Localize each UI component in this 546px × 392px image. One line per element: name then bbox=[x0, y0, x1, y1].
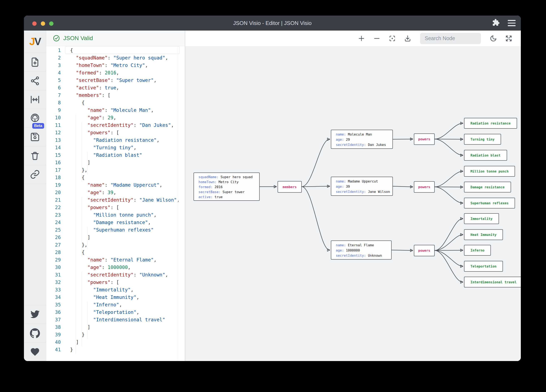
node-row: age: 39 bbox=[336, 184, 388, 189]
code-line[interactable]: "powers": [ bbox=[70, 204, 185, 211]
line-number: 11 bbox=[46, 121, 61, 129]
code-line[interactable]: "homeTown": "Metro City", bbox=[70, 62, 185, 69]
graph-member-node[interactable]: name: Eternal Flameage: 1000000secretIde… bbox=[331, 240, 392, 259]
code-line[interactable]: } bbox=[70, 346, 185, 353]
graph-powers-node[interactable]: powers bbox=[414, 133, 435, 145]
code-line[interactable]: "powers": [ bbox=[70, 278, 185, 286]
line-number: 23 bbox=[46, 211, 61, 219]
line-number: 32 bbox=[46, 278, 61, 286]
code-line[interactable]: "squadName": "Super hero squad", bbox=[70, 54, 185, 62]
code-line[interactable]: "secretIdentity": "Jane Wilson", bbox=[70, 196, 185, 204]
graph-leaf-node[interactable]: Interdimensional travel bbox=[464, 277, 521, 287]
line-number: 41 bbox=[46, 346, 61, 353]
node-row: secretBase: Super tower bbox=[199, 190, 255, 195]
sidebar-item-fit-width[interactable] bbox=[24, 90, 46, 109]
line-number: 27 bbox=[46, 241, 61, 249]
graph-leaf-node[interactable]: Radiation resistance bbox=[464, 118, 517, 129]
line-number: 35 bbox=[46, 301, 61, 309]
line-number: 7 bbox=[46, 91, 61, 99]
search-node-input[interactable] bbox=[425, 35, 492, 41]
zoom-out-button[interactable] bbox=[373, 35, 381, 42]
code-editor[interactable]: 1234567891011121314151617181920212223242… bbox=[46, 46, 185, 361]
graph-leaf-node[interactable]: Radiation blast bbox=[464, 150, 507, 161]
code-line[interactable]: "age": 39, bbox=[70, 189, 185, 196]
sidebar-item-github[interactable] bbox=[24, 324, 46, 342]
sidebar-item-share[interactable] bbox=[24, 71, 46, 90]
hamburger-menu-icon[interactable] bbox=[506, 16, 518, 31]
dark-mode-toggle[interactable] bbox=[490, 35, 497, 42]
indent-guide bbox=[87, 227, 87, 249]
node-row: formed: 2016 bbox=[199, 184, 255, 190]
code-line[interactable]: "Million tonne punch", bbox=[70, 211, 185, 219]
line-number: 31 bbox=[46, 271, 61, 278]
line-number: 37 bbox=[46, 316, 61, 323]
puzzle-extension-icon[interactable] bbox=[490, 16, 501, 31]
graph-leaf-node[interactable]: Turning tiny bbox=[464, 134, 501, 145]
sidebar-item-link[interactable] bbox=[24, 165, 46, 183]
code-line[interactable]: "name": "Molecule Man", bbox=[70, 107, 185, 114]
graph-member-node[interactable]: name: Madame Uppercutage: 39secretIdenti… bbox=[331, 177, 393, 196]
code-line[interactable]: "secretIdentity": "Dan Jukes", bbox=[70, 121, 185, 129]
sidebar-item-delete[interactable] bbox=[24, 146, 46, 165]
line-number: 20 bbox=[46, 189, 61, 196]
code-line[interactable]: "name": "Madame Uppercut", bbox=[70, 181, 185, 189]
code-line[interactable]: { bbox=[70, 47, 185, 54]
graph-root-node[interactable]: squadName: Super hero squadhomeTown: Met… bbox=[194, 172, 260, 201]
code-line[interactable]: "Turning tiny", bbox=[70, 144, 185, 151]
node-row: age: 1000000 bbox=[336, 248, 387, 253]
code-line[interactable]: "age": 29, bbox=[70, 114, 185, 121]
code-line[interactable]: "secretIdentity": "Unknown", bbox=[70, 271, 185, 278]
graph-leaf-node[interactable]: Immortality bbox=[464, 213, 499, 224]
code-line[interactable]: "powers": [ bbox=[70, 129, 185, 136]
sidebar-item-new-document[interactable] bbox=[24, 53, 46, 71]
sidebar-item-save[interactable] bbox=[24, 127, 46, 146]
line-number: 8 bbox=[46, 99, 61, 107]
sidebar-item-twitter[interactable] bbox=[24, 305, 46, 324]
node-row: secretIdentity: Dan Jukes bbox=[336, 142, 388, 147]
code-line[interactable]: "Radiation resistance", bbox=[70, 136, 185, 144]
line-number: 4 bbox=[46, 69, 61, 76]
fullscreen-button[interactable] bbox=[505, 35, 513, 42]
node-row: name: Molecule Man bbox=[336, 132, 388, 137]
graph-members-node[interactable]: members bbox=[278, 181, 302, 193]
zoom-in-button[interactable] bbox=[358, 35, 365, 42]
editor-scrollbar[interactable] bbox=[178, 46, 178, 361]
indent-guide bbox=[87, 302, 87, 339]
code-line[interactable]: "active": true, bbox=[70, 84, 185, 91]
graph-leaf-node[interactable]: Damage resistance bbox=[464, 182, 511, 192]
line-number: 39 bbox=[46, 331, 61, 338]
graph-powers-node[interactable]: powers bbox=[414, 245, 435, 256]
graph-powers-node[interactable]: powers bbox=[414, 181, 435, 193]
code-line[interactable]: ] bbox=[70, 338, 185, 346]
graph-leaf-node[interactable]: Inferno bbox=[464, 245, 491, 256]
download-button[interactable] bbox=[404, 35, 411, 42]
code-line[interactable]: "secretBase": "Super tower", bbox=[70, 76, 185, 84]
code-line[interactable]: "formed": 2016, bbox=[70, 69, 185, 76]
code-line[interactable]: "members": [ bbox=[70, 91, 185, 99]
graph-member-node[interactable]: name: Molecule Manage: 29secretIdentity:… bbox=[331, 130, 393, 149]
code-line[interactable]: "name": "Eternal Flame", bbox=[70, 256, 185, 264]
graph-leaf-node[interactable]: Heat Immunity bbox=[464, 229, 503, 240]
code-line[interactable]: { bbox=[70, 99, 185, 107]
sidebar-spacer bbox=[24, 183, 46, 305]
center-focus-button[interactable] bbox=[389, 35, 396, 42]
graph-toolbar bbox=[185, 31, 521, 46]
graph-leaf-node[interactable]: Superhuman reflexes bbox=[464, 198, 515, 209]
sidebar-item-sponsor[interactable] bbox=[24, 342, 46, 361]
code-line[interactable]: "age": 1000000, bbox=[70, 264, 185, 271]
code-line[interactable]: "Damage resistance", bbox=[70, 219, 185, 226]
graph-canvas[interactable]: squadName: Super hero squadhomeTown: Met… bbox=[185, 46, 521, 361]
line-number: 19 bbox=[46, 181, 61, 189]
node-row: name: Madame Uppercut bbox=[336, 179, 388, 184]
graph-leaf-node[interactable]: Teleportation bbox=[464, 261, 503, 272]
line-number: 6 bbox=[46, 84, 61, 91]
graph-leaf-node[interactable]: Million tonne punch bbox=[464, 166, 515, 177]
code-line[interactable]: { bbox=[70, 174, 185, 181]
node-row: secretIdentity: Jane Wilson bbox=[336, 189, 388, 194]
line-number: 18 bbox=[46, 174, 61, 181]
code-line[interactable]: { bbox=[70, 249, 185, 256]
code-line[interactable]: "Immortality", bbox=[70, 286, 185, 293]
code-line[interactable]: "Heat Immunity", bbox=[70, 293, 185, 301]
app-logo[interactable]: JV bbox=[24, 31, 46, 53]
sidebar-item-live-transform[interactable]: Beta bbox=[24, 109, 46, 127]
